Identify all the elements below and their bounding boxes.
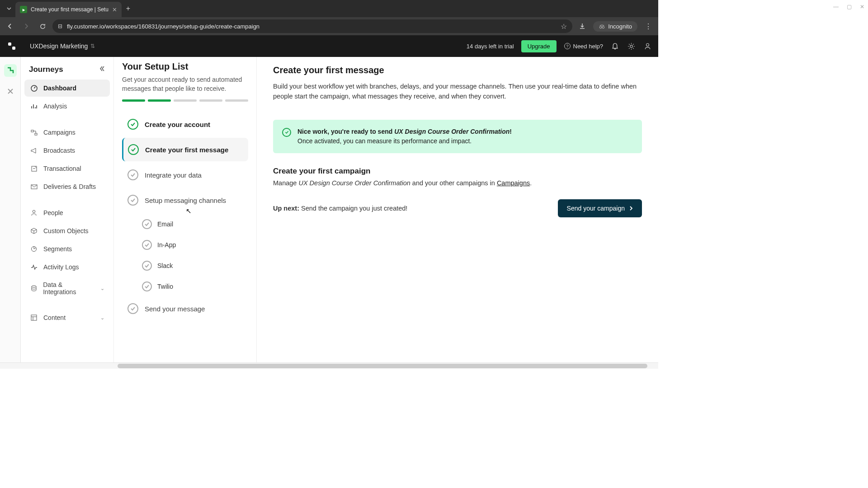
- horizontal-scrollbar[interactable]: [0, 362, 658, 369]
- trial-status: 14 days left in trial: [467, 43, 514, 50]
- nav-data-integrations[interactable]: Data & Integrations⌄: [24, 277, 110, 300]
- svg-rect-16: [31, 315, 37, 320]
- envelope-icon: [30, 183, 38, 191]
- nav-analysis[interactable]: Analysis: [24, 98, 110, 115]
- substep-email[interactable]: Email: [122, 214, 248, 235]
- nav-segments[interactable]: Segments: [24, 240, 110, 258]
- workspace-switcher-icon[interactable]: ⇅: [90, 43, 95, 49]
- browser-chrome: — ▢ ✕ ▸ Create your first message | Setu…: [0, 0, 658, 35]
- check-circle-icon: [127, 169, 138, 180]
- upgrade-button[interactable]: Upgrade: [521, 40, 557, 52]
- collapse-sidebar-icon[interactable]: [99, 66, 105, 74]
- step-create-account[interactable]: Create your account: [122, 113, 248, 136]
- tab-title: Create your first message | Setu: [31, 6, 108, 13]
- gauge-icon: [30, 84, 38, 92]
- incognito-icon: [599, 23, 605, 30]
- app: UXDesign Marketing ⇅ 14 days left in tri…: [0, 35, 658, 369]
- step-integrate-data[interactable]: Integrate your data: [122, 163, 248, 187]
- check-circle-icon: [127, 303, 138, 314]
- help-link[interactable]: ? Need help?: [564, 42, 604, 50]
- layout-icon: [30, 314, 38, 322]
- workspace-name[interactable]: UXDesign Marketing: [30, 42, 88, 50]
- address-bar[interactable]: ⊟ fly.customer.io/workspaces/160831/jour…: [52, 19, 572, 33]
- svg-text:?: ?: [566, 44, 568, 48]
- incognito-badge[interactable]: Incognito: [593, 21, 637, 32]
- campaigns-link[interactable]: Campaigns: [497, 179, 530, 187]
- browser-tab[interactable]: ▸ Create your first message | Setu ✕: [15, 2, 122, 17]
- tab-close-icon[interactable]: ✕: [112, 6, 117, 13]
- favicon-icon: ▸: [20, 6, 27, 13]
- progress-segment: [148, 99, 171, 102]
- up-next-text: Up next: Send the campaign you just crea…: [273, 205, 407, 212]
- check-circle-icon: [142, 240, 152, 250]
- progress-segment: [174, 99, 197, 102]
- browser-toolbar: ⊟ fly.customer.io/workspaces/160831/jour…: [0, 17, 658, 35]
- main-description: Build your best workflow yet with branch…: [273, 82, 642, 102]
- chevron-right-icon: [629, 206, 633, 211]
- send-campaign-button[interactable]: Send your campaign: [558, 199, 642, 217]
- step-messaging-channels[interactable]: Setup messaging channels: [122, 188, 248, 212]
- nav-custom-objects[interactable]: Custom Objects: [24, 222, 110, 239]
- svg-point-1: [602, 26, 604, 28]
- svg-point-15: [32, 286, 36, 287]
- incognito-label: Incognito: [608, 23, 632, 30]
- svg-point-6: [630, 45, 632, 47]
- cube-icon: [30, 227, 38, 235]
- tab-search-icon[interactable]: [3, 2, 15, 15]
- receipt-icon: [30, 164, 38, 173]
- nav-deliveries[interactable]: Deliveries & Drafts: [24, 178, 110, 195]
- scrollbar-thumb[interactable]: [118, 364, 647, 368]
- nav-broadcasts[interactable]: Broadcasts: [24, 142, 110, 159]
- check-circle-icon: [128, 144, 139, 155]
- flow-icon: [30, 128, 38, 136]
- chart-icon: [30, 102, 38, 110]
- back-button[interactable]: [4, 20, 16, 33]
- svg-rect-3: [12, 47, 15, 50]
- svg-rect-2: [8, 42, 11, 46]
- svg-point-7: [646, 43, 649, 46]
- nav-content[interactable]: Content⌄: [24, 309, 110, 326]
- substep-twilio[interactable]: Twilio: [122, 276, 248, 297]
- svg-point-0: [600, 26, 602, 28]
- browser-menu-icon[interactable]: ⋮: [642, 20, 655, 33]
- check-circle-icon: [282, 128, 291, 137]
- nav-dashboard[interactable]: Dashboard: [24, 80, 110, 97]
- nav-people[interactable]: People: [24, 204, 110, 221]
- check-circle-icon: [142, 282, 152, 291]
- forward-button[interactable]: [20, 20, 33, 33]
- bookmark-icon[interactable]: ☆: [561, 22, 567, 31]
- svg-rect-9: [31, 130, 33, 132]
- site-info-icon[interactable]: ⊟: [58, 23, 62, 29]
- check-circle-icon: [127, 195, 138, 206]
- substep-inapp[interactable]: In-App: [122, 235, 248, 255]
- profile-icon[interactable]: [643, 42, 652, 51]
- rail-journeys-icon[interactable]: [4, 64, 17, 77]
- check-circle-icon: [142, 261, 152, 271]
- rail-secondary-icon[interactable]: [4, 85, 17, 98]
- downloads-icon[interactable]: [576, 20, 589, 33]
- step-create-message[interactable]: Create your first message: [122, 138, 248, 161]
- substep-slack[interactable]: Slack: [122, 255, 248, 276]
- nav-activity-logs[interactable]: Activity Logs: [24, 258, 110, 276]
- database-icon: [30, 284, 38, 292]
- app-topbar: UXDesign Marketing ⇅ 14 days left in tri…: [0, 35, 658, 57]
- chevron-down-icon: ⌄: [100, 315, 104, 321]
- progress-segment: [225, 99, 248, 102]
- app-logo-icon[interactable]: [6, 41, 17, 52]
- settings-icon[interactable]: [627, 42, 636, 51]
- reload-button[interactable]: [36, 20, 49, 33]
- nav-campaigns[interactable]: Campaigns: [24, 124, 110, 141]
- progress-bar: [122, 99, 248, 102]
- svg-point-13: [33, 210, 35, 213]
- pulse-icon: [30, 263, 38, 271]
- chevron-down-icon: ⌄: [100, 286, 104, 291]
- main-panel: Create your first message Build your bes…: [257, 57, 658, 362]
- section-title: Create your first campaign: [273, 167, 642, 176]
- sidebar-title: Journeys: [29, 65, 63, 74]
- new-tab-button[interactable]: +: [122, 5, 135, 13]
- step-send-message[interactable]: Send your message: [122, 297, 248, 320]
- nav-transactional[interactable]: Transactional: [24, 160, 110, 177]
- sidebar: Journeys Dashboard Analysis Campaigns Br…: [21, 57, 114, 362]
- url-text: fly.customer.io/workspaces/160831/journe…: [67, 23, 556, 30]
- notifications-icon[interactable]: [610, 42, 619, 51]
